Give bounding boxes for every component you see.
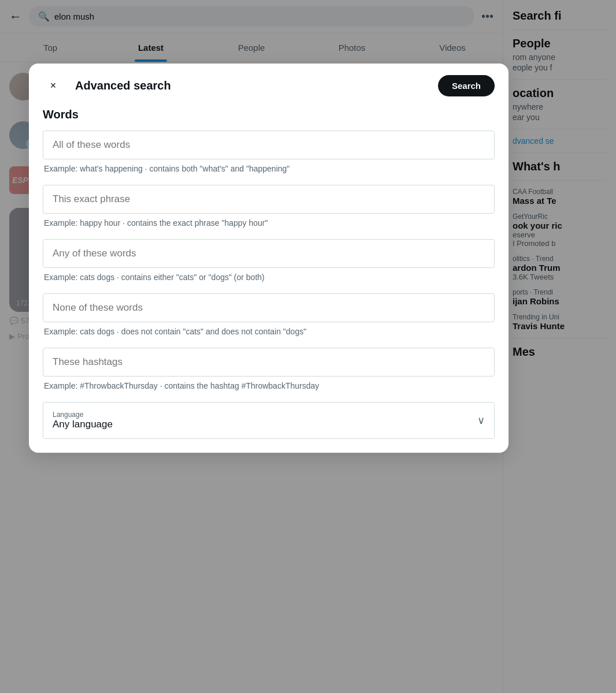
language-dropdown[interactable]: Language Any language ∨ [43, 402, 495, 439]
none-words-group [43, 293, 495, 322]
chevron-down-icon: ∨ [477, 414, 485, 427]
any-words-hint: Example: cats dogs · contains either "ca… [43, 273, 495, 282]
hashtags-group [43, 348, 495, 377]
all-words-group [43, 131, 495, 159]
any-words-group [43, 239, 495, 268]
modal-header-left: × Advanced search [43, 76, 171, 96]
none-words-input[interactable] [43, 293, 495, 322]
language-value: Any language [53, 419, 113, 430]
modal-title: Advanced search [75, 79, 171, 92]
language-label: Language [53, 411, 113, 419]
close-button[interactable]: × [43, 76, 64, 96]
all-words-input[interactable] [43, 131, 495, 159]
all-words-hint: Example: what's happening · contains bot… [43, 164, 495, 173]
modal-header: × Advanced search Search [43, 75, 495, 96]
hashtags-hint: Example: #ThrowbackThursday · contains t… [43, 381, 495, 390]
exact-phrase-hint: Example: happy hour · contains the exact… [43, 218, 495, 228]
exact-phrase-group [43, 185, 495, 214]
words-section-heading: Words [43, 108, 495, 121]
advanced-search-modal: × Advanced search Search Words Example: … [29, 64, 509, 453]
exact-phrase-input[interactable] [43, 185, 495, 214]
search-submit-button[interactable]: Search [438, 75, 495, 96]
none-words-hint: Example: cats dogs · does not contain "c… [43, 327, 495, 336]
hashtags-input[interactable] [43, 348, 495, 377]
any-words-input[interactable] [43, 239, 495, 268]
language-dropdown-content: Language Any language [53, 411, 113, 430]
modal-overlay: × Advanced search Search Words Example: … [0, 0, 616, 693]
